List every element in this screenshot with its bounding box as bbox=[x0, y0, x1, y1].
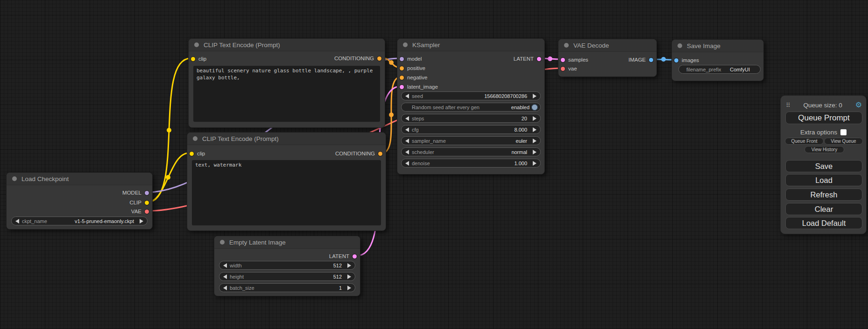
negative-prompt-textarea[interactable]: text, watermark bbox=[192, 160, 381, 225]
increment-arrow-icon[interactable] bbox=[533, 161, 536, 166]
output-latent[interactable]: LATENT bbox=[514, 56, 541, 62]
vae-port-icon[interactable] bbox=[145, 210, 149, 214]
increment-arrow-icon[interactable] bbox=[347, 263, 351, 268]
decrement-arrow-icon[interactable] bbox=[405, 150, 409, 154]
drag-handle-icon[interactable]: ⠿ bbox=[786, 102, 790, 108]
decrement-arrow-icon[interactable] bbox=[405, 161, 409, 166]
ckpt-name-widget[interactable]: ckpt_name v1-5-pruned-emaonly.ckpt bbox=[11, 217, 148, 225]
input-clip[interactable]: clip bbox=[190, 151, 205, 156]
node-title-bar[interactable]: VAE Decode bbox=[558, 39, 656, 52]
input-samples[interactable]: samples bbox=[561, 57, 588, 63]
output-conditioning[interactable]: CONDITIONING bbox=[335, 151, 382, 156]
collapse-dot-icon[interactable] bbox=[403, 42, 408, 47]
output-vae[interactable]: VAE bbox=[131, 209, 149, 214]
output-model[interactable]: MODEL bbox=[122, 190, 149, 196]
cfg-widget[interactable]: cfg 8.000 bbox=[401, 125, 541, 134]
node-ksampler[interactable]: KSampler model positive negative latent_… bbox=[397, 38, 545, 175]
latent-port-icon[interactable] bbox=[537, 57, 541, 61]
model-port-icon[interactable] bbox=[145, 191, 149, 195]
node-title-bar[interactable]: CLIP Text Encode (Prompt) bbox=[187, 133, 386, 145]
increment-arrow-icon[interactable] bbox=[347, 286, 351, 290]
image-port-icon[interactable] bbox=[674, 58, 678, 63]
collapse-dot-icon[interactable] bbox=[12, 176, 17, 181]
increment-arrow-icon[interactable] bbox=[533, 116, 536, 121]
load-default-button[interactable]: Load Default bbox=[785, 217, 862, 229]
queue-front-button[interactable]: Queue Front bbox=[785, 138, 824, 145]
node-title-bar[interactable]: KSampler bbox=[397, 39, 544, 51]
decrement-arrow-icon[interactable] bbox=[223, 286, 227, 290]
toggle-icon[interactable] bbox=[531, 104, 538, 111]
node-title-bar[interactable]: CLIP Text Encode (Prompt) bbox=[189, 39, 385, 51]
height-widget[interactable]: height 512 bbox=[219, 272, 355, 281]
decrement-arrow-icon[interactable] bbox=[405, 139, 409, 143]
increment-arrow-icon[interactable] bbox=[533, 127, 536, 132]
refresh-button[interactable]: Refresh bbox=[785, 189, 862, 201]
collapse-dot-icon[interactable] bbox=[220, 240, 225, 245]
extra-options-checkbox[interactable] bbox=[840, 129, 847, 135]
filename-prefix-widget[interactable]: filename_prefix ComfyUI bbox=[678, 65, 761, 74]
model-port-icon[interactable] bbox=[400, 57, 404, 61]
positive-prompt-textarea[interactable]: beautiful scenery nature glass bottle la… bbox=[193, 66, 380, 122]
decrement-arrow-icon[interactable] bbox=[405, 94, 409, 98]
increment-arrow-icon[interactable] bbox=[140, 219, 143, 224]
denoise-widget[interactable]: denoise 1.000 bbox=[401, 159, 541, 168]
width-widget[interactable]: width 512 bbox=[219, 261, 355, 270]
conditioning-port-icon[interactable] bbox=[378, 152, 382, 156]
view-queue-button[interactable]: View Queue bbox=[824, 138, 863, 145]
node-title-bar[interactable]: Load Checkpoint bbox=[7, 173, 152, 185]
output-clip[interactable]: CLIP bbox=[129, 200, 149, 205]
clip-port-icon[interactable] bbox=[145, 201, 149, 205]
input-clip[interactable]: clip bbox=[191, 56, 206, 62]
conditioning-port-icon[interactable] bbox=[400, 76, 404, 80]
queue-prompt-button[interactable]: Queue Prompt bbox=[785, 112, 862, 124]
latent-port-icon[interactable] bbox=[353, 254, 357, 259]
node-title-bar[interactable]: Empty Latent Image bbox=[214, 236, 360, 249]
decrement-arrow-icon[interactable] bbox=[15, 219, 19, 224]
collapse-dot-icon[interactable] bbox=[564, 43, 569, 48]
vae-port-icon[interactable] bbox=[561, 67, 565, 71]
collapse-dot-icon[interactable] bbox=[194, 42, 199, 47]
node-load-checkpoint[interactable]: Load Checkpoint MODEL CLIP VAE ckpt_name… bbox=[6, 172, 153, 230]
save-button[interactable]: Save bbox=[785, 160, 862, 172]
input-positive[interactable]: positive bbox=[400, 65, 425, 71]
increment-arrow-icon[interactable] bbox=[533, 150, 536, 154]
conditioning-port-icon[interactable] bbox=[377, 56, 381, 61]
collapse-dot-icon[interactable] bbox=[193, 136, 198, 141]
gear-icon[interactable]: ⚙ bbox=[855, 101, 862, 109]
scheduler-widget[interactable]: scheduler normal bbox=[401, 147, 541, 156]
node-title-bar[interactable]: Save Image bbox=[672, 40, 763, 52]
node-clip-text-encode-1[interactable]: CLIP Text Encode (Prompt) clip CONDITION… bbox=[188, 38, 385, 128]
load-button[interactable]: Load bbox=[785, 174, 862, 186]
batch-size-widget[interactable]: batch_size 1 bbox=[219, 283, 355, 292]
latent-port-icon[interactable] bbox=[561, 58, 565, 62]
node-vae-decode[interactable]: VAE Decode samples vae IMAGE bbox=[558, 39, 657, 77]
output-conditioning[interactable]: CONDITIONING bbox=[334, 56, 381, 61]
decrement-arrow-icon[interactable] bbox=[405, 127, 409, 132]
input-images[interactable]: images bbox=[674, 57, 699, 63]
node-clip-text-encode-2[interactable]: CLIP Text Encode (Prompt) clip CONDITION… bbox=[187, 132, 386, 231]
seed-widget[interactable]: seed 156680208700286 bbox=[401, 91, 541, 100]
input-vae[interactable]: vae bbox=[561, 66, 577, 71]
clear-button[interactable]: Clear bbox=[785, 203, 862, 215]
node-save-image[interactable]: Save Image images filename_prefix ComfyU… bbox=[671, 39, 764, 81]
increment-arrow-icon[interactable] bbox=[533, 139, 536, 143]
output-image[interactable]: IMAGE bbox=[628, 57, 653, 63]
steps-widget[interactable]: steps 20 bbox=[401, 114, 541, 123]
clip-port-icon[interactable] bbox=[190, 152, 194, 156]
view-history-button[interactable]: View History bbox=[804, 146, 844, 153]
sampler-name-widget[interactable]: sampler_name euler bbox=[401, 136, 541, 145]
input-negative[interactable]: negative bbox=[400, 75, 427, 80]
output-latent[interactable]: LATENT bbox=[329, 253, 357, 259]
random-seed-widget[interactable]: Random seed after every gen enabled bbox=[401, 103, 541, 112]
input-model[interactable]: model bbox=[400, 56, 422, 62]
decrement-arrow-icon[interactable] bbox=[223, 263, 227, 268]
conditioning-port-icon[interactable] bbox=[400, 66, 404, 70]
increment-arrow-icon[interactable] bbox=[347, 274, 351, 279]
image-port-icon[interactable] bbox=[649, 58, 653, 62]
increment-arrow-icon[interactable] bbox=[533, 94, 536, 98]
decrement-arrow-icon[interactable] bbox=[405, 116, 409, 121]
node-empty-latent-image[interactable]: Empty Latent Image LATENT width 512 heig… bbox=[214, 236, 360, 296]
latent-port-icon[interactable] bbox=[400, 85, 404, 89]
input-latent-image[interactable]: latent_image bbox=[400, 84, 438, 90]
collapse-dot-icon[interactable] bbox=[677, 43, 682, 48]
